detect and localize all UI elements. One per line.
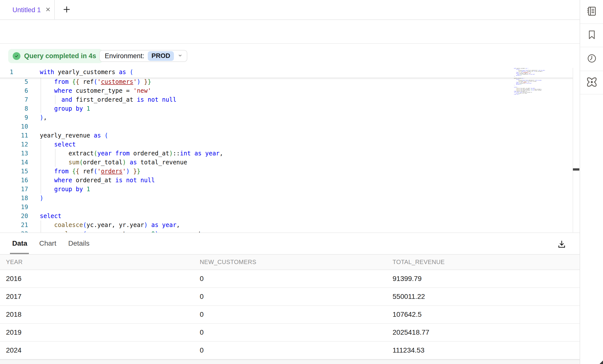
code-text: sum(order_total) as total_revenue xyxy=(40,158,187,167)
table-cell: 2018 xyxy=(6,311,200,318)
code-text: yearly_revenue as ( xyxy=(40,131,108,140)
query-status-text: Query completed in 4s xyxy=(24,52,96,60)
table-row[interactable]: 20240111234.53 xyxy=(0,342,580,360)
results-table: 2016091399.7920170550011.2220180107642.5… xyxy=(0,270,580,360)
table-row[interactable]: 201902025418.77 xyxy=(0,324,580,342)
table-cell: 2017 xyxy=(6,293,200,301)
results-tab-details[interactable]: Details xyxy=(68,239,90,247)
code-line[interactable]: 9), xyxy=(0,113,547,122)
column-header: NEW_CUSTOMERS xyxy=(200,259,393,266)
code-text: ) xyxy=(40,194,43,203)
code-text: and first_ordered_at is not null xyxy=(40,95,176,104)
table-cell: 91399.79 xyxy=(393,275,580,283)
column-header: YEAR xyxy=(6,259,200,266)
table-cell: 2025418.77 xyxy=(393,328,580,336)
table-cell: 0 xyxy=(200,275,393,283)
results-panel: DataChartDetails YEARNEW_CUSTOMERSTOTAL_… xyxy=(0,232,580,364)
code-line[interactable]: 6 where customer_type = 'new' xyxy=(0,86,547,95)
results-tab-data[interactable]: Data xyxy=(12,239,27,247)
sidebar-button-bookmark[interactable] xyxy=(580,24,603,47)
line-number: 19 xyxy=(0,203,28,212)
code-text: group by 1 xyxy=(40,104,90,113)
sidebar-button-history[interactable] xyxy=(580,47,603,71)
code-line[interactable]: 22 coalesce(yc.new_customers, 0) as new_… xyxy=(0,229,547,232)
line-number: 15 xyxy=(0,167,28,176)
toolbar: Develop Run xyxy=(0,20,580,44)
file-tab-untitled[interactable]: Untitled 1 xyxy=(0,0,55,20)
code-line[interactable]: 7 and first_ordered_at is not null xyxy=(0,95,547,104)
code-line[interactable]: 18) xyxy=(0,194,547,203)
close-tab-icon[interactable] xyxy=(45,6,51,14)
code-line[interactable]: 13 extract(year from ordered_at)::int as… xyxy=(0,149,547,158)
code-text: coalesce(yc.new_customers, 0) as new_cus… xyxy=(40,229,223,232)
sticky-scroll-line[interactable]: 1with yearly_customers as ( xyxy=(0,69,573,78)
table-cell: 0 xyxy=(200,293,393,301)
line-number: 20 xyxy=(0,212,28,221)
code-line[interactable]: 8 group by 1 xyxy=(0,104,547,113)
code-line[interactable]: 21 coalesce(yc.year, yr.year) as year, xyxy=(0,221,547,229)
query-status-badge: Query completed in 4s xyxy=(8,49,103,63)
table-cell: 550011.22 xyxy=(393,293,580,301)
sql-editor[interactable]: Query completed in 4s Environment: PROD … xyxy=(0,44,580,232)
dbt-icon xyxy=(586,76,598,89)
horizontal-scrollbar-track[interactable] xyxy=(0,360,580,364)
code-text: from {{ ref('orders') }} xyxy=(40,167,141,176)
line-number: 14 xyxy=(0,158,28,167)
editor-minimap[interactable]: with yearly_customers as ( select extrac… xyxy=(514,68,546,97)
plus-icon xyxy=(62,5,71,15)
line-number: 16 xyxy=(0,176,28,185)
editor-scrollbar-track[interactable] xyxy=(573,68,580,232)
line-number: 18 xyxy=(0,194,28,203)
line-number: 1 xyxy=(10,69,17,76)
table-cell: 2019 xyxy=(6,328,200,336)
column-header: TOTAL_REVENUE xyxy=(393,259,580,266)
line-number: 9 xyxy=(0,113,28,122)
code-text: coalesce(yc.year, yr.year) as year, xyxy=(40,221,180,229)
code-line[interactable]: 15 from {{ ref('orders') }} xyxy=(0,167,547,176)
window-resize-grip[interactable] xyxy=(600,361,603,364)
code-line[interactable]: 14 sum(order_total) as total_revenue xyxy=(0,158,547,167)
table-row[interactable]: 2016091399.79 xyxy=(0,270,580,288)
results-tab-bar: DataChartDetails xyxy=(12,239,90,247)
code-text: where customer_type = 'new' xyxy=(40,86,151,95)
code-line[interactable]: 10 xyxy=(0,122,547,131)
sticky-scroll-shadow xyxy=(0,78,573,80)
table-cell: 2016 xyxy=(6,275,200,283)
sidebar-button-dbt[interactable] xyxy=(580,71,603,94)
environment-selector[interactable]: Environment: PROD xyxy=(99,50,187,62)
code-text: select xyxy=(40,140,76,149)
table-cell: 107642.5 xyxy=(393,311,580,318)
results-table-header: YEARNEW_CUSTOMERSTOTAL_REVENUE xyxy=(0,254,580,270)
sidebar-button-notebook[interactable] xyxy=(580,0,603,24)
code-text: extract(year from ordered_at)::int as ye… xyxy=(40,149,223,158)
code-text: group by 1 xyxy=(40,185,90,194)
code-line[interactable]: 20select xyxy=(0,212,547,221)
line-number: 13 xyxy=(0,149,28,158)
code-line[interactable]: 12 select xyxy=(0,140,547,149)
environment-value-badge: PROD xyxy=(148,51,174,61)
results-tab-chart[interactable]: Chart xyxy=(39,239,56,247)
chevron-down-icon xyxy=(177,53,183,59)
line-number: 7 xyxy=(0,95,28,104)
table-cell: 2024 xyxy=(6,346,200,354)
code-line[interactable]: 17 group by 1 xyxy=(0,185,547,194)
download-icon xyxy=(557,239,567,250)
code-text: where ordered_at is not null xyxy=(40,176,155,185)
editor-scrollbar-thumb[interactable] xyxy=(573,168,579,171)
table-row[interactable]: 20180107642.5 xyxy=(0,306,580,324)
line-number: 22 xyxy=(0,229,28,232)
code-text: select xyxy=(40,212,61,221)
line-number: 12 xyxy=(0,140,28,149)
notebook-icon xyxy=(586,5,598,18)
code-line[interactable]: 16 where ordered_at is not null xyxy=(0,176,547,185)
check-circle-icon xyxy=(13,52,20,60)
download-results-button[interactable] xyxy=(554,238,570,252)
code-line[interactable]: 11yearly_revenue as ( xyxy=(0,131,547,140)
code-line[interactable]: 19 xyxy=(0,203,547,212)
environment-label: Environment: xyxy=(105,52,144,60)
new-tab-button[interactable] xyxy=(59,0,75,20)
code-text: with yearly_customers as ( xyxy=(40,69,133,76)
table-row[interactable]: 20170550011.22 xyxy=(0,288,580,306)
line-number: 8 xyxy=(0,104,28,113)
table-cell: 0 xyxy=(200,311,393,318)
